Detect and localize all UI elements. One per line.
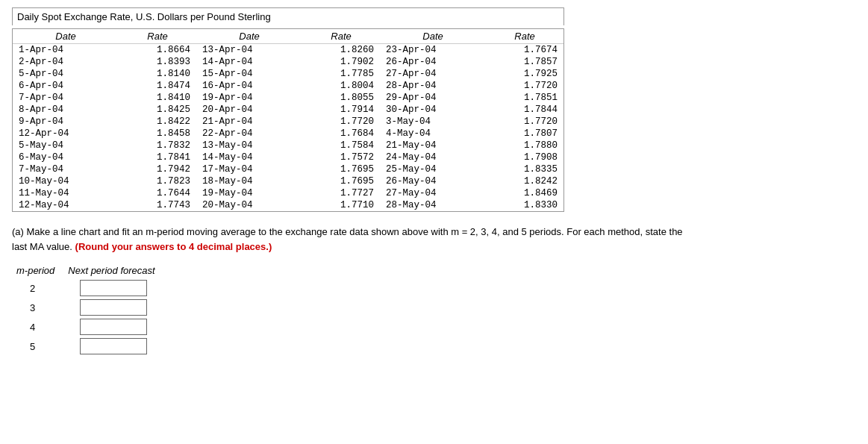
date-cell: 27-Apr-04: [380, 68, 486, 80]
date-cell: 26-Apr-04: [380, 56, 486, 68]
date-cell: 17-May-04: [196, 163, 302, 175]
rate-cell: 1.7880: [486, 140, 563, 151]
date-cell: 26-May-04: [380, 175, 486, 187]
table-row: 6-Apr-041.847416-Apr-041.800428-Apr-041.…: [13, 80, 563, 92]
date-cell: 18-May-04: [196, 175, 302, 187]
rate-cell: 1.7684: [302, 128, 380, 140]
rate-cell: 1.8393: [119, 56, 196, 68]
rate-cell: 1.8458: [119, 128, 196, 140]
data-table-wrapper: Date Rate Date Rate Date Rate 1-Apr-041.…: [12, 28, 564, 212]
input-header-row: m-period Next period forecast: [12, 263, 164, 278]
date-cell: 6-May-04: [13, 151, 119, 163]
input-table-section: m-period Next period forecast 2345: [12, 263, 856, 356]
date-cell: 14-Apr-04: [196, 56, 302, 68]
m-period-value: 4: [12, 317, 63, 337]
date-cell: 30-Apr-04: [380, 104, 486, 116]
date-cell: 1-Apr-04: [13, 44, 119, 57]
table-row: 1-Apr-041.866413-Apr-041.826023-Apr-041.…: [13, 44, 563, 57]
rate-cell: 1.7914: [302, 104, 380, 116]
input-row: 3: [12, 298, 164, 317]
col1-rate-header: Rate: [119, 29, 196, 44]
rate-cell: 1.7908: [486, 151, 563, 163]
col2-date-header: Date: [196, 29, 302, 44]
rate-cell: 1.7720: [486, 80, 563, 92]
rate-cell: 1.7851: [486, 92, 563, 104]
rate-cell: 1.7832: [119, 140, 196, 151]
date-cell: 24-May-04: [380, 151, 486, 163]
rate-cell: 1.8664: [119, 44, 196, 57]
rate-cell: 1.7710: [302, 199, 380, 211]
forecast-input-table: m-period Next period forecast 2345: [12, 263, 164, 356]
forecast-input-cell: [63, 278, 163, 298]
date-cell: 21-Apr-04: [196, 116, 302, 128]
rate-cell: 1.7785: [302, 68, 380, 80]
date-cell: 13-May-04: [196, 140, 302, 151]
col1-date-header: Date: [13, 29, 119, 44]
rate-cell: 1.7572: [302, 151, 380, 163]
input-row: 2: [12, 278, 164, 298]
forecast-header: Next period forecast: [63, 263, 163, 278]
date-cell: 21-May-04: [380, 140, 486, 151]
rate-cell: 1.7925: [486, 68, 563, 80]
date-cell: 16-Apr-04: [196, 80, 302, 92]
date-cell: 20-May-04: [196, 199, 302, 211]
rate-cell: 1.7695: [302, 175, 380, 187]
date-cell: 2-Apr-04: [13, 56, 119, 68]
date-cell: 5-May-04: [13, 140, 119, 151]
date-cell: 28-Apr-04: [380, 80, 486, 92]
exchange-rate-table: Date Rate Date Rate Date Rate 1-Apr-041.…: [13, 29, 563, 211]
forecast-input-3[interactable]: [80, 299, 147, 316]
col3-rate-header: Rate: [486, 29, 563, 44]
date-cell: 3-May-04: [380, 116, 486, 128]
rate-cell: 1.7644: [119, 187, 196, 199]
date-cell: 23-Apr-04: [380, 44, 486, 57]
m-period-value: 5: [12, 337, 63, 356]
forecast-input-2[interactable]: [80, 280, 147, 296]
date-cell: 12-Apr-04: [13, 128, 119, 140]
date-cell: 22-Apr-04: [196, 128, 302, 140]
rate-cell: 1.7807: [486, 128, 563, 140]
col3-date-header: Date: [380, 29, 486, 44]
rate-cell: 1.8242: [486, 175, 563, 187]
m-period-value: 2: [12, 278, 63, 298]
rate-cell: 1.8469: [486, 187, 563, 199]
forecast-input-4[interactable]: [80, 319, 147, 335]
rate-cell: 1.7841: [119, 151, 196, 163]
rate-cell: 1.8004: [302, 80, 380, 92]
table-row: 2-Apr-041.839314-Apr-041.790226-Apr-041.…: [13, 56, 563, 68]
rate-cell: 1.7844: [486, 104, 563, 116]
date-cell: 6-Apr-04: [13, 80, 119, 92]
date-cell: 28-May-04: [380, 199, 486, 211]
date-cell: 29-Apr-04: [380, 92, 486, 104]
table-row: 6-May-041.784114-May-041.757224-May-041.…: [13, 151, 563, 163]
date-cell: 10-May-04: [13, 175, 119, 187]
rate-cell: 1.7942: [119, 163, 196, 175]
rate-cell: 1.8422: [119, 116, 196, 128]
round-note: (Round your answers to 4 decimal places.…: [75, 241, 272, 252]
input-row: 4: [12, 317, 164, 337]
date-cell: 19-May-04: [196, 187, 302, 199]
date-cell: 13-Apr-04: [196, 44, 302, 57]
rate-cell: 1.7727: [302, 187, 380, 199]
rate-cell: 1.7902: [302, 56, 380, 68]
date-cell: 27-May-04: [380, 187, 486, 199]
rate-cell: 1.8335: [486, 163, 563, 175]
rate-cell: 1.7720: [302, 116, 380, 128]
table-row: 5-May-041.783213-May-041.758421-May-041.…: [13, 140, 563, 151]
date-cell: 11-May-04: [13, 187, 119, 199]
date-cell: 7-Apr-04: [13, 92, 119, 104]
question-section: (a) Make a line chart and fit an m-perio…: [12, 225, 684, 254]
date-cell: 4-May-04: [380, 128, 486, 140]
table-row: 11-May-041.764419-May-041.772727-May-041…: [13, 187, 563, 199]
rate-cell: 1.8474: [119, 80, 196, 92]
table-header-row: Date Rate Date Rate Date Rate: [13, 29, 563, 44]
table-row: 5-Apr-041.814015-Apr-041.778527-Apr-041.…: [13, 68, 563, 80]
table-title: Daily Spot Exchange Rate, U.S. Dollars p…: [12, 7, 564, 25]
col2-rate-header: Rate: [302, 29, 380, 44]
table-row: 12-May-041.774320-May-041.771028-May-041…: [13, 199, 563, 211]
rate-cell: 1.7674: [486, 44, 563, 57]
date-cell: 7-May-04: [13, 163, 119, 175]
rate-cell: 1.8260: [302, 44, 380, 57]
table-row: 12-Apr-041.845822-Apr-041.76844-May-041.…: [13, 128, 563, 140]
forecast-input-5[interactable]: [80, 338, 147, 354]
